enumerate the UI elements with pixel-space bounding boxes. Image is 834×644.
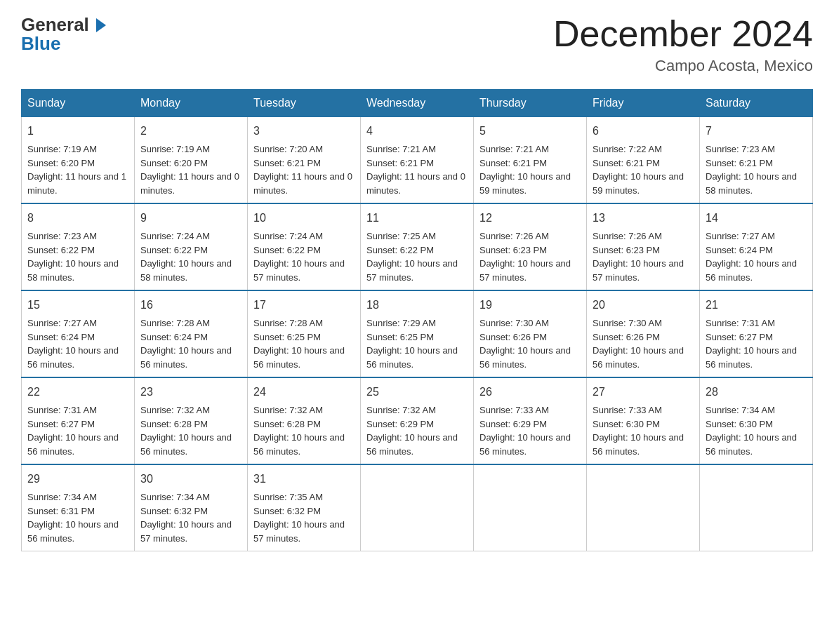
col-friday: Friday <box>587 90 700 117</box>
calendar-header-row: Sunday Monday Tuesday Wednesday Thursday… <box>22 90 813 117</box>
day-info: Sunrise: 7:33 AMSunset: 6:30 PMDaylight:… <box>593 405 684 457</box>
calendar-table: Sunday Monday Tuesday Wednesday Thursday… <box>21 89 813 551</box>
table-row: 5 Sunrise: 7:21 AMSunset: 6:21 PMDayligh… <box>474 117 587 204</box>
day-number: 27 <box>593 384 694 401</box>
day-info: Sunrise: 7:28 AMSunset: 6:25 PMDaylight:… <box>253 318 345 370</box>
table-row: 29 Sunrise: 7:34 AMSunset: 6:31 PMDaylig… <box>22 464 135 551</box>
table-row: 9 Sunrise: 7:24 AMSunset: 6:22 PMDayligh… <box>135 203 248 290</box>
table-row: 19 Sunrise: 7:30 AMSunset: 6:26 PMDaylig… <box>474 290 587 377</box>
calendar-week-row: 29 Sunrise: 7:34 AMSunset: 6:31 PMDaylig… <box>22 464 813 551</box>
day-number: 29 <box>27 471 128 488</box>
logo-arrow-icon <box>89 15 109 35</box>
day-number: 26 <box>479 384 581 401</box>
day-number: 19 <box>479 297 581 314</box>
col-wednesday: Wednesday <box>361 90 474 117</box>
table-row <box>361 464 474 551</box>
table-row: 18 Sunrise: 7:29 AMSunset: 6:25 PMDaylig… <box>361 290 474 377</box>
day-info: Sunrise: 7:32 AMSunset: 6:28 PMDaylight:… <box>253 405 345 457</box>
day-number: 6 <box>593 123 694 140</box>
day-info: Sunrise: 7:28 AMSunset: 6:24 PMDaylight:… <box>140 318 232 370</box>
table-row: 11 Sunrise: 7:25 AMSunset: 6:22 PMDaylig… <box>361 203 474 290</box>
day-number: 30 <box>140 471 241 488</box>
day-info: Sunrise: 7:30 AMSunset: 6:26 PMDaylight:… <box>479 318 571 370</box>
table-row <box>474 464 587 551</box>
day-number: 21 <box>706 297 807 314</box>
table-row: 28 Sunrise: 7:34 AMSunset: 6:30 PMDaylig… <box>700 377 813 464</box>
table-row: 30 Sunrise: 7:34 AMSunset: 6:32 PMDaylig… <box>135 464 248 551</box>
day-info: Sunrise: 7:19 AMSunset: 6:20 PMDaylight:… <box>140 144 239 196</box>
day-info: Sunrise: 7:26 AMSunset: 6:23 PMDaylight:… <box>479 231 571 283</box>
day-number: 7 <box>706 123 807 140</box>
day-info: Sunrise: 7:23 AMSunset: 6:21 PMDaylight:… <box>706 144 797 196</box>
col-saturday: Saturday <box>700 90 813 117</box>
day-info: Sunrise: 7:24 AMSunset: 6:22 PMDaylight:… <box>253 231 345 283</box>
day-info: Sunrise: 7:34 AMSunset: 6:32 PMDaylight:… <box>140 492 232 544</box>
day-number: 25 <box>366 384 468 401</box>
col-thursday: Thursday <box>474 90 587 117</box>
day-number: 23 <box>140 384 241 401</box>
day-info: Sunrise: 7:30 AMSunset: 6:26 PMDaylight:… <box>593 318 684 370</box>
day-info: Sunrise: 7:27 AMSunset: 6:24 PMDaylight:… <box>27 318 119 370</box>
table-row: 25 Sunrise: 7:32 AMSunset: 6:29 PMDaylig… <box>361 377 474 464</box>
day-info: Sunrise: 7:21 AMSunset: 6:21 PMDaylight:… <box>479 144 571 196</box>
day-number: 9 <box>140 210 241 227</box>
day-info: Sunrise: 7:25 AMSunset: 6:22 PMDaylight:… <box>366 231 458 283</box>
day-number: 5 <box>479 123 581 140</box>
logo: General Blue <box>21 14 109 55</box>
day-number: 1 <box>27 123 128 140</box>
day-info: Sunrise: 7:31 AMSunset: 6:27 PMDaylight:… <box>706 318 797 370</box>
day-info: Sunrise: 7:29 AMSunset: 6:25 PMDaylight:… <box>366 318 458 370</box>
table-row: 27 Sunrise: 7:33 AMSunset: 6:30 PMDaylig… <box>587 377 700 464</box>
day-number: 11 <box>366 210 468 227</box>
day-info: Sunrise: 7:34 AMSunset: 6:31 PMDaylight:… <box>27 492 119 544</box>
day-info: Sunrise: 7:35 AMSunset: 6:32 PMDaylight:… <box>253 492 345 544</box>
svg-marker-0 <box>96 18 106 32</box>
logo-blue: Blue <box>21 33 109 55</box>
table-row: 20 Sunrise: 7:30 AMSunset: 6:26 PMDaylig… <box>587 290 700 377</box>
day-number: 13 <box>593 210 694 227</box>
table-row: 8 Sunrise: 7:23 AMSunset: 6:22 PMDayligh… <box>22 203 135 290</box>
day-number: 10 <box>253 210 355 227</box>
month-title: December 2024 <box>553 14 813 54</box>
table-row: 13 Sunrise: 7:26 AMSunset: 6:23 PMDaylig… <box>587 203 700 290</box>
table-row: 24 Sunrise: 7:32 AMSunset: 6:28 PMDaylig… <box>248 377 361 464</box>
day-info: Sunrise: 7:20 AMSunset: 6:21 PMDaylight:… <box>253 144 352 196</box>
table-row: 6 Sunrise: 7:22 AMSunset: 6:21 PMDayligh… <box>587 117 700 204</box>
table-row: 4 Sunrise: 7:21 AMSunset: 6:21 PMDayligh… <box>361 117 474 204</box>
table-row: 26 Sunrise: 7:33 AMSunset: 6:29 PMDaylig… <box>474 377 587 464</box>
table-row: 12 Sunrise: 7:26 AMSunset: 6:23 PMDaylig… <box>474 203 587 290</box>
day-info: Sunrise: 7:27 AMSunset: 6:24 PMDaylight:… <box>706 231 797 283</box>
table-row: 7 Sunrise: 7:23 AMSunset: 6:21 PMDayligh… <box>700 117 813 204</box>
table-row: 14 Sunrise: 7:27 AMSunset: 6:24 PMDaylig… <box>700 203 813 290</box>
page-header: General Blue December 2024 Campo Acosta,… <box>21 14 813 75</box>
day-number: 28 <box>706 384 807 401</box>
title-block: December 2024 Campo Acosta, Mexico <box>553 14 813 75</box>
day-info: Sunrise: 7:19 AMSunset: 6:20 PMDaylight:… <box>27 144 126 196</box>
day-info: Sunrise: 7:32 AMSunset: 6:28 PMDaylight:… <box>140 405 232 457</box>
calendar-week-row: 8 Sunrise: 7:23 AMSunset: 6:22 PMDayligh… <box>22 203 813 290</box>
day-info: Sunrise: 7:33 AMSunset: 6:29 PMDaylight:… <box>479 405 571 457</box>
day-number: 4 <box>366 123 468 140</box>
day-number: 17 <box>253 297 355 314</box>
day-info: Sunrise: 7:23 AMSunset: 6:22 PMDaylight:… <box>27 231 119 283</box>
day-number: 16 <box>140 297 241 314</box>
day-number: 22 <box>27 384 128 401</box>
day-number: 20 <box>593 297 694 314</box>
calendar-week-row: 1 Sunrise: 7:19 AMSunset: 6:20 PMDayligh… <box>22 117 813 204</box>
day-number: 18 <box>366 297 468 314</box>
day-info: Sunrise: 7:21 AMSunset: 6:21 PMDaylight:… <box>366 144 465 196</box>
day-number: 2 <box>140 123 241 140</box>
day-info: Sunrise: 7:22 AMSunset: 6:21 PMDaylight:… <box>593 144 684 196</box>
day-info: Sunrise: 7:34 AMSunset: 6:30 PMDaylight:… <box>706 405 797 457</box>
day-number: 3 <box>253 123 355 140</box>
day-number: 12 <box>479 210 581 227</box>
day-info: Sunrise: 7:32 AMSunset: 6:29 PMDaylight:… <box>366 405 458 457</box>
table-row: 23 Sunrise: 7:32 AMSunset: 6:28 PMDaylig… <box>135 377 248 464</box>
table-row: 10 Sunrise: 7:24 AMSunset: 6:22 PMDaylig… <box>248 203 361 290</box>
col-sunday: Sunday <box>22 90 135 117</box>
table-row: 2 Sunrise: 7:19 AMSunset: 6:20 PMDayligh… <box>135 117 248 204</box>
col-monday: Monday <box>135 90 248 117</box>
table-row: 22 Sunrise: 7:31 AMSunset: 6:27 PMDaylig… <box>22 377 135 464</box>
calendar-week-row: 15 Sunrise: 7:27 AMSunset: 6:24 PMDaylig… <box>22 290 813 377</box>
calendar-week-row: 22 Sunrise: 7:31 AMSunset: 6:27 PMDaylig… <box>22 377 813 464</box>
